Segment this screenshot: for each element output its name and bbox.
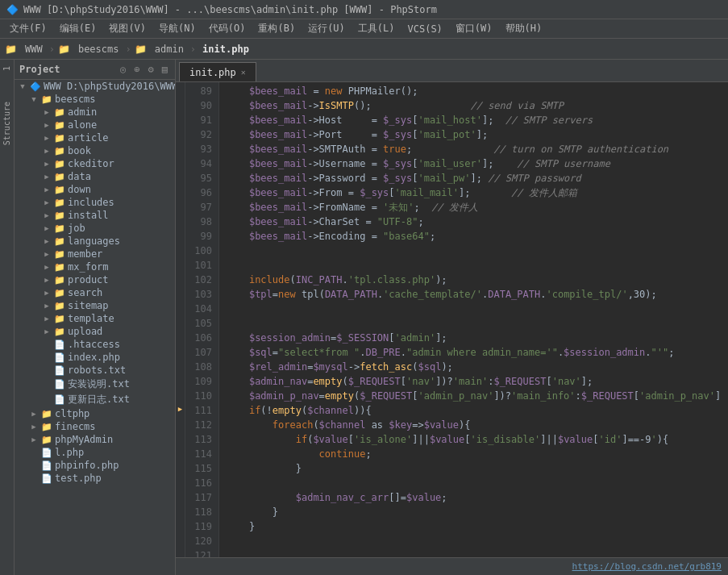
file-icon-changelog-txt: 📄 (53, 394, 66, 405)
gutter-104 (176, 300, 185, 315)
ln-101: 101 (189, 258, 212, 273)
tab-label-initphp: init.php (189, 67, 236, 78)
tree-node-book[interactable]: 📁 book (15, 144, 175, 157)
code-line-118: } (226, 505, 728, 519)
ln-108: 108 (189, 360, 212, 374)
dir-icon-includes: 📁 (53, 198, 66, 208)
menu-edit[interactable]: 编辑(E) (53, 20, 103, 37)
arrow-phpmyadmin (27, 435, 40, 444)
settings-icon[interactable]: ⚙ (146, 63, 156, 76)
sidebar-title: Project (19, 64, 60, 75)
code-line-102: include(INC_PATH.'tpl.class.php'); (226, 273, 728, 287)
project-sidebar: Project ◎ ⊕ ⚙ ▤ 🔷 WWW D:\phpStudy2016\WW… (15, 60, 176, 575)
tree-node-alone[interactable]: 📁 alone (15, 119, 175, 131)
tree-node-www[interactable]: 🔷 WWW D:\phpStudy2016\WWW (15, 80, 175, 93)
dir-icon-article: 📁 (53, 133, 66, 144)
code-line-120 (226, 534, 728, 548)
ln-104: 104 (189, 302, 212, 316)
nav-admin[interactable]: admin (152, 42, 187, 56)
label-changelog-txt: 更新日志.txt (68, 393, 130, 406)
breadcrumb-bar: 📁 WWW › 📁 beescms › 📁 admin › init.php (0, 39, 728, 60)
gutter-100 (176, 242, 185, 256)
code-line-101 (226, 258, 728, 273)
tree-node-down[interactable]: 📁 down (15, 183, 175, 196)
tree-node-data[interactable]: 📁 data (15, 170, 175, 183)
menu-navigate[interactable]: 导航(N) (152, 20, 202, 37)
tab-structure[interactable]: Structure (1, 98, 13, 148)
tree-node-robots[interactable]: 📄 robots.txt (15, 364, 175, 377)
code-line-110: $admin_p_nav=empty($_REQUEST['admin_p_na… (226, 389, 728, 403)
tree-node-mxform[interactable]: 📁 mx_form (15, 260, 175, 273)
tree-node-htaccess[interactable]: 📄 .htaccess (15, 338, 175, 351)
tab-close-initphp[interactable]: ✕ (241, 68, 246, 77)
ln-95: 95 (189, 171, 212, 185)
dir-icon-install: 📁 (53, 210, 66, 221)
file-icon-lphp: 📄 (40, 448, 53, 458)
menu-tools[interactable]: 工具(L) (352, 20, 401, 37)
status-link[interactable]: https://blog.csdn.net/grb819 (572, 561, 722, 572)
arrow-book (40, 147, 53, 155)
tree-node-install[interactable]: 📁 install (15, 209, 175, 222)
tree-node-beescms[interactable]: 📁 beescms (15, 93, 175, 106)
nav-initphp[interactable]: init.php (199, 42, 252, 56)
tree-node-template[interactable]: 📁 template (15, 312, 175, 325)
gutter-112 (176, 416, 185, 431)
tree-node-finecms[interactable]: 📁 finecms (15, 420, 175, 433)
file-icon-phpinfophp: 📄 (40, 460, 53, 471)
tree-node-admin[interactable]: 📁 admin (15, 106, 175, 119)
gutter-113 (176, 431, 185, 445)
title-bar: 🔷 WWW [D:\phpStudy2016\WWW] - ...\beescm… (0, 0, 728, 19)
tree-node-testphp[interactable]: 📄 test.php (15, 472, 175, 485)
tree-node-sitemap[interactable]: 📁 sitemap (15, 299, 175, 312)
menu-refactor[interactable]: 重构(B) (252, 20, 302, 37)
line-numbers: 89 90 91 92 93 94 95 96 97 98 99 100 101… (185, 82, 219, 557)
tree-node-changelog-txt[interactable]: 📄 更新日志.txt (15, 392, 175, 407)
expand-icon[interactable]: ⊕ (131, 63, 142, 76)
menu-code[interactable]: 代码(O) (202, 20, 252, 37)
dir-icon-product: 📁 (53, 275, 66, 285)
dir-icon-search: 📁 (53, 288, 66, 298)
tree-node-phpinfophp[interactable]: 📄 phpinfo.php (15, 459, 175, 472)
code-line-111: if(!empty($channel)){ (226, 403, 728, 418)
root-icon: 🔷 (29, 81, 42, 92)
tree-node-upload[interactable]: 📁 upload (15, 325, 175, 338)
tree-node-search[interactable]: 📁 search (15, 286, 175, 299)
tree-node-includes[interactable]: 📁 includes (15, 196, 175, 209)
ln-97: 97 (189, 200, 212, 215)
tree-node-job[interactable]: 📁 job (15, 222, 175, 235)
code-text[interactable]: $bees_mail = new PHPMailer(); $bees_mail… (219, 82, 728, 557)
tree-node-phpmyadmin[interactable]: 📁 phpMyAdmin (15, 433, 175, 446)
tree-node-install-txt[interactable]: 📄 安装说明.txt (15, 377, 175, 392)
status-bar: https://blog.csdn.net/grb819 (176, 557, 728, 575)
nav-beescms[interactable]: beescms (75, 42, 123, 56)
layout-icon[interactable]: ▤ (160, 63, 170, 76)
code-line-108: $rel_admin=$mysql->fetch_asc($sql); (226, 360, 728, 374)
dir-icon-alone: 📁 (53, 120, 66, 131)
code-line-93: $bees_mail->SMTPAuth = true; // turn on … (226, 142, 728, 156)
menu-file[interactable]: 文件(F) (3, 20, 53, 37)
menu-vcs[interactable]: VCS(S) (401, 22, 449, 36)
code-editor[interactable]: ▶ 89 90 91 92 93 94 (176, 82, 728, 557)
menu-help[interactable]: 帮助(H) (499, 20, 549, 37)
tree-node-ckeditor[interactable]: 📁 ckeditor (15, 157, 175, 170)
tree-node-article[interactable]: 📁 article (15, 131, 175, 144)
menu-run[interactable]: 运行(U) (302, 20, 352, 37)
file-icon-indexphp: 📄 (53, 352, 66, 363)
title-text: WWW [D:\phpStudy2016\WWW] - ...\beescms\… (23, 4, 437, 15)
menu-view[interactable]: 视图(V) (102, 20, 152, 37)
nav-www[interactable]: WWW (22, 42, 46, 56)
label-htaccess: .htaccess (68, 339, 120, 350)
tab-initphp[interactable]: init.php ✕ (179, 62, 256, 81)
menu-window[interactable]: 窗口(W) (449, 20, 499, 37)
tree-node-cltphp[interactable]: 📁 cltphp (15, 407, 175, 420)
tree-node-lphp[interactable]: 📄 l.php (15, 446, 175, 459)
label-includes: includes (68, 197, 114, 208)
tab-1[interactable]: 1 (1, 63, 13, 74)
tree-node-product[interactable]: 📁 product (15, 273, 175, 286)
gutter-107 (176, 344, 185, 358)
locate-icon[interactable]: ◎ (118, 63, 128, 76)
tree-node-member[interactable]: 📁 member (15, 248, 175, 260)
dir-icon-book: 📁 (53, 146, 66, 156)
tree-node-languages[interactable]: 📁 languages (15, 235, 175, 248)
tree-node-indexphp[interactable]: 📄 index.php (15, 351, 175, 364)
